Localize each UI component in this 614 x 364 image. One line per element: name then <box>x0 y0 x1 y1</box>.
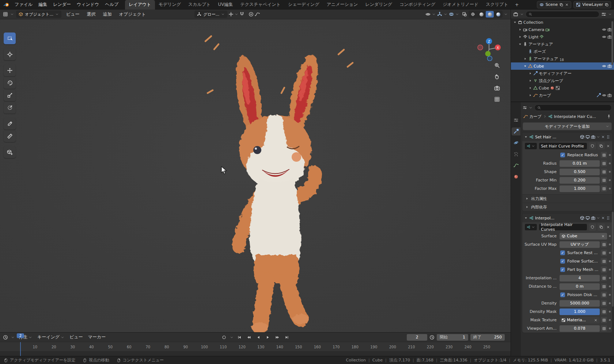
clear-icon[interactable] <box>594 318 598 322</box>
show-object-types-icon[interactable] <box>425 12 431 17</box>
viewport-3d[interactable]: Z X <box>0 19 511 332</box>
eye-icon[interactable] <box>602 35 606 39</box>
factor-max-field[interactable]: 1.000 <box>560 185 600 192</box>
properties-scrollbar[interactable] <box>612 212 614 307</box>
workspace-tab[interactable]: シェーディング <box>284 0 323 9</box>
follow-surface-checkbox[interactable]: ✓ <box>560 259 565 264</box>
gizmo-z-label[interactable]: Z <box>488 40 490 43</box>
shading-rendered-button[interactable] <box>494 11 502 18</box>
modifier-header[interactable]: Set Hair ... <box>522 133 612 141</box>
outliner-row-armature-object[interactable]: アーマチュア <box>511 41 614 48</box>
workspace-tab[interactable]: UV編集 <box>214 0 236 9</box>
record-button[interactable] <box>220 334 228 341</box>
animate-button[interactable] <box>601 250 607 256</box>
outliner-row-pose[interactable]: ポーズ <box>511 48 614 55</box>
part-by-mesh-checkbox[interactable]: ✓ <box>560 267 565 272</box>
frame-start-field[interactable]: 開始 1 <box>437 334 468 341</box>
decorate-dot[interactable] <box>609 286 611 287</box>
playhead-line[interactable] <box>20 342 21 356</box>
decorate-dot[interactable] <box>609 294 611 296</box>
drag-grip-icon[interactable] <box>606 216 610 220</box>
surface-uv-map-field[interactable]: UVマップ <box>560 241 600 248</box>
breadcrumb-object[interactable]: カーブ <box>529 114 542 119</box>
app-menu-item[interactable]: ウィンドウ <box>74 1 102 8</box>
playhead-badge[interactable]: 2 <box>17 333 24 338</box>
gizmos-toggle-icon[interactable] <box>437 12 442 17</box>
expand-icon[interactable] <box>524 216 528 220</box>
node-group-name-field[interactable]: Set Hair Curve Profile <box>539 142 587 150</box>
animate-button[interactable] <box>601 177 607 183</box>
modifier-header[interactable]: Interpol... <box>522 214 612 222</box>
close-icon[interactable] <box>601 216 605 220</box>
toggle-perspective-icon[interactable] <box>494 96 500 102</box>
pin-icon[interactable] <box>607 114 611 119</box>
play-reverse-button[interactable] <box>255 334 262 341</box>
expand-icon[interactable] <box>524 135 528 139</box>
rotate-tool[interactable] <box>4 77 16 89</box>
chevron-down-icon[interactable] <box>11 336 15 339</box>
animate-button[interactable] <box>601 309 607 315</box>
current-frame-field[interactable]: 2 <box>407 334 427 341</box>
workspace-tab[interactable]: テクスチャペイント <box>236 0 284 9</box>
extras-chevron-icon[interactable] <box>596 135 600 139</box>
add-modifier-button[interactable]: モディファイアーを追加 <box>523 122 612 130</box>
workspace-tab[interactable]: ジオメトリノード <box>439 0 482 9</box>
gizmo-y-ball[interactable] <box>485 51 491 57</box>
animate-button[interactable] <box>601 283 607 290</box>
transform-orientation-dropdown[interactable]: グロー... <box>194 11 227 18</box>
outliner-row-armature-data[interactable]: アーマチュア 18 <box>511 55 614 62</box>
animate-button[interactable] <box>601 292 607 298</box>
close-scene-icon[interactable] <box>565 3 569 7</box>
factor-min-field[interactable]: 0.200 <box>560 177 600 184</box>
workspace-tab[interactable]: スクリプト <box>482 0 512 9</box>
outliner-row-light[interactable]: Light <box>511 33 614 41</box>
tab-particles[interactable] <box>512 150 520 158</box>
node-group-name-field[interactable]: Interpolate Hair Curves <box>539 223 587 231</box>
editor-type-icon[interactable] <box>3 12 8 17</box>
decorate-dot[interactable] <box>609 252 611 254</box>
decorate-dot[interactable] <box>609 154 611 156</box>
decorate-dot[interactable] <box>609 327 611 329</box>
node-group-selector[interactable] <box>524 142 537 150</box>
gizmo-minus-z-ball[interactable] <box>488 56 492 61</box>
decorate-dot[interactable] <box>609 235 611 237</box>
decorate-dot[interactable] <box>609 162 611 164</box>
decorate-dot[interactable] <box>609 311 611 313</box>
frame-end-field[interactable]: 終了 250 <box>470 334 505 341</box>
properties-search-input[interactable] <box>534 104 612 111</box>
density-field[interactable]: 5000.000 <box>560 300 600 307</box>
view-menu[interactable]: ビュー <box>64 11 82 18</box>
outliner-scrollbar[interactable] <box>611 21 613 65</box>
keying-menu[interactable]: キーイング <box>36 334 65 340</box>
new-scene-icon[interactable] <box>560 3 563 7</box>
animate-button[interactable] <box>601 300 607 306</box>
outliner-row-camera[interactable]: Camera <box>511 26 614 33</box>
mode-dropdown[interactable]: オブジェクト... <box>16 11 61 18</box>
zoom-icon[interactable] <box>494 62 500 68</box>
workspace-tab[interactable]: アニメーション <box>323 0 362 9</box>
copy-button[interactable] <box>598 223 605 231</box>
proportional-edit-icon[interactable] <box>249 12 254 17</box>
jump-to-start-button[interactable] <box>236 334 243 341</box>
eye-icon[interactable] <box>602 27 606 32</box>
blender-logo-icon[interactable] <box>3 2 10 7</box>
animate-button[interactable] <box>601 185 607 192</box>
animate-button[interactable] <box>601 241 607 248</box>
app-menu-item[interactable]: ヘルプ <box>102 1 121 8</box>
chevron-down-icon[interactable] <box>529 106 532 110</box>
decorate-dot[interactable] <box>609 188 611 189</box>
app-menu-item[interactable]: レンダー <box>50 1 74 8</box>
snap-target-icon[interactable] <box>228 12 234 17</box>
tab-physics[interactable] <box>512 139 520 147</box>
interpolation-field[interactable]: 4 <box>560 275 600 281</box>
animate-button[interactable] <box>601 258 607 264</box>
shading-chevron-icon[interactable] <box>504 12 508 16</box>
decorate-dot[interactable] <box>609 244 611 245</box>
edit-mode-display-icon[interactable] <box>580 135 584 139</box>
close-icon[interactable] <box>601 135 605 139</box>
chevron-down-icon[interactable] <box>230 336 234 339</box>
surface-rest-checkbox[interactable]: ✓ <box>560 250 565 255</box>
surface-field[interactable]: Cube <box>560 233 607 240</box>
shading-wireframe-button[interactable] <box>469 11 477 18</box>
realtime-display-icon[interactable] <box>585 135 590 139</box>
